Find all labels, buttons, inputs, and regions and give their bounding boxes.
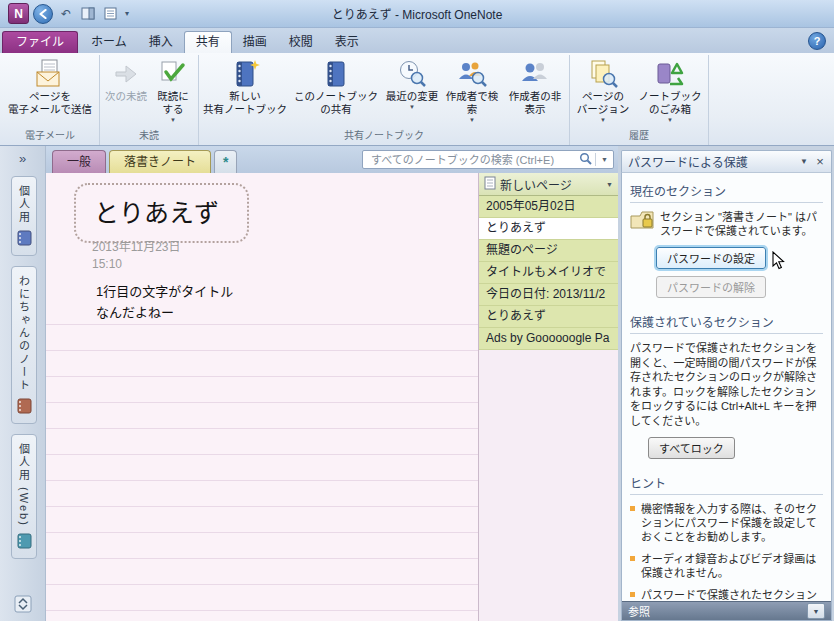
- search-input[interactable]: [369, 153, 579, 167]
- page-versions-icon: [588, 59, 618, 90]
- send-page-by-email-button[interactable]: ページを 電子メールで送信: [3, 55, 97, 129]
- notebook-icon: [14, 398, 34, 418]
- scroll-down-icon[interactable]: ▼: [807, 603, 825, 619]
- tab-review[interactable]: 校閲: [278, 32, 324, 53]
- dropdown-caret-icon: ▼: [469, 117, 475, 123]
- tab-home[interactable]: ホーム: [80, 32, 138, 53]
- help-icon[interactable]: ?: [808, 32, 826, 50]
- section-tab-general[interactable]: 一般: [52, 150, 106, 173]
- page-tab[interactable]: Ads by Goooooogle Pa: [479, 328, 618, 350]
- page-tab[interactable]: とりあえず: [479, 306, 618, 328]
- hide-authors-button[interactable]: 作成者の非表示: [503, 55, 567, 129]
- page-tab-selected[interactable]: とりあえず: [479, 218, 618, 240]
- notebook-recycle-bin-button[interactable]: ノートブック のごみ箱 ▼: [634, 55, 706, 129]
- next-unread-button[interactable]: 次の未読: [102, 55, 150, 129]
- tab-file[interactable]: ファイル: [2, 31, 78, 53]
- see-also-bar[interactable]: 参照 ▼: [622, 601, 831, 620]
- new-page-label: 新しいページ: [500, 176, 572, 193]
- next-unread-icon: [112, 59, 140, 90]
- new-section-icon[interactable]: *: [214, 150, 237, 173]
- hint-text: 機密情報を入力する際は、そのセクションにパスワード保護を設定しておくことをお勧め…: [641, 502, 823, 544]
- ribbon-tab-bar: ファイル ホーム 挿入 共有 描画 校閲 表示 ?: [0, 28, 834, 53]
- center-column: 一般 落書きノート * ▼ とりあえず 2: [46, 146, 618, 621]
- pane-menu-icon[interactable]: ▼: [796, 154, 812, 170]
- lock-all-button[interactable]: すべてロック: [648, 437, 735, 459]
- titlebar: とりあえず - Microsoft OneNote N ↶ ▾: [0, 0, 834, 28]
- recent-edits-button[interactable]: 最近の変更 ▼: [383, 55, 441, 129]
- workspace: » 個人用 わにちゃんのノート 個人用 (Web): [0, 146, 834, 621]
- nav-resize-icon[interactable]: [14, 595, 32, 617]
- search-scope-dropdown-icon[interactable]: ▼: [599, 156, 610, 163]
- search-icon[interactable]: [579, 151, 592, 169]
- page-tab[interactable]: タイトルもメイリオで: [479, 262, 618, 284]
- page-date: 2013年11月23日: [92, 239, 181, 256]
- notebook-icon: [14, 230, 34, 250]
- button-label: 新しい 共有ノートブック: [203, 90, 287, 116]
- page-body-text[interactable]: 1行目の文字がタイトル なんだよねー: [96, 281, 233, 323]
- tab-draw[interactable]: 描画: [232, 32, 278, 53]
- hint-item: 機密情報を入力する際は、そのセクションにパスワード保護を設定しておくことをお勧め…: [630, 502, 823, 544]
- page-title[interactable]: とりあえず: [74, 183, 249, 243]
- tab-view[interactable]: 表示: [324, 32, 370, 53]
- bullet-icon: [630, 556, 635, 561]
- onenote-app-icon[interactable]: N: [8, 3, 29, 24]
- button-label: 作成者で検索: [443, 90, 501, 116]
- notebook-tab-label: わにちゃんのノート: [16, 275, 32, 392]
- notebook-icon: [14, 533, 34, 553]
- remove-password-button[interactable]: パスワードの解除: [656, 276, 766, 298]
- hints-header: ヒント: [630, 471, 823, 495]
- new-page-dropdown-icon[interactable]: ▼: [606, 181, 613, 188]
- dropdown-caret-icon: ▼: [409, 104, 415, 110]
- expand-nav-icon[interactable]: »: [19, 151, 26, 166]
- page-tab[interactable]: 今日の日付: 2013/11/2: [479, 284, 618, 306]
- search-box: ▼: [362, 150, 614, 169]
- page-versions-button[interactable]: ページの バージョン ▼: [572, 55, 634, 129]
- page-tab[interactable]: 無題のページ: [479, 240, 618, 262]
- share-this-notebook-button[interactable]: このノートブック の共有: [289, 55, 383, 129]
- button-label: 作成者の非表示: [505, 90, 565, 116]
- ribbon-group-history: ページの バージョン ▼ ノートブック のごみ箱 ▼ 履歴: [570, 55, 709, 145]
- button-label: 既読に する: [157, 90, 189, 116]
- page-time: 15:10: [92, 256, 181, 273]
- tab-share[interactable]: 共有: [184, 31, 232, 53]
- current-section-status: セクション "落書きノート" はパスワードで保護されています。: [630, 210, 823, 238]
- current-section-text: セクション "落書きノート" はパスワードで保護されています。: [660, 210, 823, 238]
- full-page-view-icon[interactable]: [101, 5, 119, 22]
- current-section-header: 現在のセクション: [630, 179, 823, 203]
- pane-close-icon[interactable]: ×: [812, 154, 828, 170]
- notebook-tab-personal[interactable]: 個人用: [11, 176, 37, 256]
- button-label: 最近の変更: [386, 90, 439, 103]
- page-canvas[interactable]: とりあえず 2013年11月23日 15:10 1行目の文字がタイトル なんだよ…: [46, 173, 478, 621]
- qat-dropdown-icon[interactable]: ▾: [123, 9, 131, 18]
- hint-item: オーディオ録音およびビデオ録画は保護されません。: [630, 552, 823, 580]
- task-pane-body: 現在のセクション セクション "落書きノート" はパスワードで保護されています。…: [621, 173, 832, 621]
- password-buttons: パスワードの設定 パスワードの解除: [656, 247, 823, 298]
- set-password-button[interactable]: パスワードの設定: [656, 247, 766, 269]
- task-pane-header: パスワードによる保護 ▼ ×: [621, 150, 832, 173]
- tab-insert[interactable]: 挿入: [138, 32, 184, 53]
- group-label-shared-notebooks: 共有ノートブック: [201, 129, 567, 145]
- new-shared-notebook-icon: [230, 59, 260, 90]
- quick-access-toolbar: N ↶ ▾: [8, 3, 131, 24]
- see-also-label: 参照: [628, 603, 650, 619]
- divider: [595, 153, 596, 166]
- page-tab[interactable]: 2005年05月02日: [479, 196, 618, 218]
- mark-as-read-button[interactable]: 既読に する ▼: [150, 55, 196, 129]
- new-page-button[interactable]: 新しいページ ▼: [479, 173, 618, 196]
- dock-to-desktop-icon[interactable]: [79, 5, 97, 22]
- notebook-tab-wani[interactable]: わにちゃんのノート: [11, 266, 37, 424]
- bullet-icon: [630, 592, 635, 597]
- dropdown-caret-icon: ▼: [170, 117, 176, 123]
- share-notebook-icon: [321, 59, 351, 90]
- content-row: とりあえず 2013年11月23日 15:10 1行目の文字がタイトル なんだよ…: [46, 173, 618, 621]
- undo-icon[interactable]: ↶: [57, 5, 75, 22]
- notebook-tab-personal-web[interactable]: 個人用 (Web): [11, 434, 37, 559]
- back-icon[interactable]: [33, 4, 53, 24]
- new-shared-notebook-button[interactable]: 新しい 共有ノートブック: [201, 55, 289, 129]
- section-tab-rakugaki[interactable]: 落書きノート: [109, 150, 211, 173]
- new-page-icon: [484, 176, 496, 193]
- ribbon-group-shared-notebooks: 新しい 共有ノートブック このノートブック の共有 最近の変更 ▼: [199, 55, 570, 145]
- find-by-author-button[interactable]: 作成者で検索 ▼: [441, 55, 503, 129]
- group-label-email: 電子メール: [3, 129, 97, 145]
- password-protection-pane: パスワードによる保護 ▼ × 現在のセクション セクション "落書きノート" は…: [618, 146, 834, 621]
